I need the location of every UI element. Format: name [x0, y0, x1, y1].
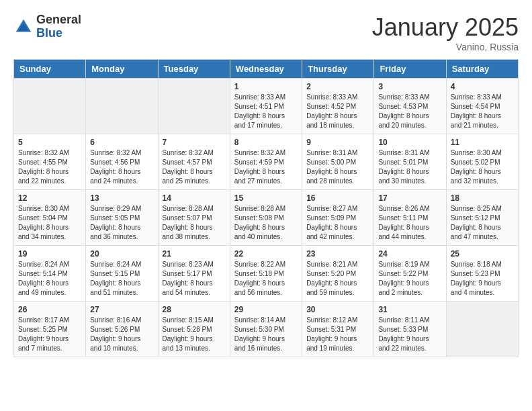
day-info: Sunrise: 8:31 AM Sunset: 5:01 PM Dayligh…	[378, 148, 441, 186]
calendar-week-row: 5Sunrise: 8:32 AM Sunset: 4:55 PM Daylig…	[14, 134, 519, 190]
calendar-table: SundayMondayTuesdayWednesdayThursdayFrid…	[13, 59, 519, 357]
calendar-cell: 23Sunrise: 8:21 AM Sunset: 5:20 PM Dayli…	[302, 246, 374, 302]
calendar-cell: 4Sunrise: 8:33 AM Sunset: 4:54 PM Daylig…	[446, 79, 518, 134]
day-number: 27	[90, 305, 153, 314]
day-info: Sunrise: 8:30 AM Sunset: 5:02 PM Dayligh…	[451, 148, 514, 186]
calendar-cell: 12Sunrise: 8:30 AM Sunset: 5:04 PM Dayli…	[14, 190, 86, 246]
day-number: 18	[451, 193, 514, 203]
logo-icon	[13, 17, 34, 37]
day-info: Sunrise: 8:17 AM Sunset: 5:25 PM Dayligh…	[18, 316, 81, 353]
logo: General Blue	[13, 13, 81, 40]
day-info: Sunrise: 8:32 AM Sunset: 4:57 PM Dayligh…	[163, 148, 226, 186]
day-info: Sunrise: 8:24 AM Sunset: 5:14 PM Dayligh…	[18, 260, 81, 298]
day-number: 26	[18, 305, 81, 314]
calendar-cell	[86, 79, 158, 134]
weekday-header-wednesday: Wednesday	[230, 60, 302, 79]
day-number: 20	[90, 249, 153, 259]
calendar-cell: 2Sunrise: 8:33 AM Sunset: 4:52 PM Daylig…	[302, 79, 374, 134]
day-number: 21	[163, 249, 226, 259]
calendar-cell: 5Sunrise: 8:32 AM Sunset: 4:55 PM Daylig…	[14, 134, 86, 190]
calendar-cell: 30Sunrise: 8:12 AM Sunset: 5:31 PM Dayli…	[302, 302, 374, 357]
calendar-cell: 8Sunrise: 8:32 AM Sunset: 4:59 PM Daylig…	[230, 134, 302, 190]
day-number: 1	[234, 82, 298, 91]
day-number: 25	[451, 249, 514, 259]
day-number: 6	[90, 138, 153, 147]
weekday-header-monday: Monday	[86, 60, 158, 79]
day-info: Sunrise: 8:11 AM Sunset: 5:33 PM Dayligh…	[378, 316, 441, 353]
weekday-header-sunday: Sunday	[14, 60, 86, 79]
day-number: 4	[451, 82, 514, 91]
calendar-cell: 1Sunrise: 8:33 AM Sunset: 4:51 PM Daylig…	[230, 79, 302, 134]
day-info: Sunrise: 8:18 AM Sunset: 5:23 PM Dayligh…	[451, 260, 514, 298]
calendar-cell	[158, 79, 230, 134]
calendar-cell: 26Sunrise: 8:17 AM Sunset: 5:25 PM Dayli…	[14, 302, 86, 357]
location-text: Vanino, Russia	[372, 42, 519, 52]
calendar-cell: 20Sunrise: 8:24 AM Sunset: 5:15 PM Dayli…	[86, 246, 158, 302]
day-info: Sunrise: 8:25 AM Sunset: 5:12 PM Dayligh…	[451, 204, 514, 242]
calendar-cell: 3Sunrise: 8:33 AM Sunset: 4:53 PM Daylig…	[374, 79, 446, 134]
calendar-header: SundayMondayTuesdayWednesdayThursdayFrid…	[14, 60, 519, 79]
day-number: 28	[163, 305, 226, 314]
day-number: 8	[234, 138, 298, 147]
calendar-cell: 15Sunrise: 8:28 AM Sunset: 5:08 PM Dayli…	[230, 190, 302, 246]
day-number: 30	[306, 305, 369, 314]
day-info: Sunrise: 8:33 AM Sunset: 4:52 PM Dayligh…	[306, 93, 369, 130]
day-number: 24	[378, 249, 441, 259]
day-number: 10	[378, 138, 441, 147]
day-info: Sunrise: 8:16 AM Sunset: 5:26 PM Dayligh…	[90, 316, 153, 353]
day-info: Sunrise: 8:29 AM Sunset: 5:05 PM Dayligh…	[90, 204, 153, 242]
day-info: Sunrise: 8:15 AM Sunset: 5:28 PM Dayligh…	[163, 316, 226, 353]
day-number: 7	[163, 138, 226, 147]
day-number: 22	[234, 249, 298, 259]
calendar-cell: 27Sunrise: 8:16 AM Sunset: 5:26 PM Dayli…	[86, 302, 158, 357]
day-number: 3	[378, 82, 441, 91]
calendar-week-row: 19Sunrise: 8:24 AM Sunset: 5:14 PM Dayli…	[14, 246, 519, 302]
weekday-header-row: SundayMondayTuesdayWednesdayThursdayFrid…	[14, 60, 519, 79]
day-number: 14	[163, 193, 226, 203]
day-number: 23	[306, 249, 369, 259]
calendar-cell: 9Sunrise: 8:31 AM Sunset: 5:00 PM Daylig…	[302, 134, 374, 190]
calendar-week-row: 26Sunrise: 8:17 AM Sunset: 5:25 PM Dayli…	[14, 302, 519, 357]
calendar-cell: 22Sunrise: 8:22 AM Sunset: 5:18 PM Dayli…	[230, 246, 302, 302]
day-number: 9	[306, 138, 369, 147]
day-info: Sunrise: 8:31 AM Sunset: 5:00 PM Dayligh…	[306, 148, 369, 186]
day-number: 17	[378, 193, 441, 203]
calendar-cell: 10Sunrise: 8:31 AM Sunset: 5:01 PM Dayli…	[374, 134, 446, 190]
weekday-header-thursday: Thursday	[302, 60, 374, 79]
day-info: Sunrise: 8:32 AM Sunset: 4:55 PM Dayligh…	[18, 148, 81, 186]
month-title: January 2025	[372, 13, 519, 42]
calendar-body: 1Sunrise: 8:33 AM Sunset: 4:51 PM Daylig…	[14, 79, 519, 357]
weekday-header-friday: Friday	[374, 60, 446, 79]
page-header: General Blue January 2025 Vanino, Russia	[13, 13, 519, 52]
day-info: Sunrise: 8:32 AM Sunset: 4:59 PM Dayligh…	[234, 148, 298, 186]
calendar-cell	[446, 302, 518, 357]
day-info: Sunrise: 8:22 AM Sunset: 5:18 PM Dayligh…	[234, 260, 298, 298]
day-number: 11	[451, 138, 514, 147]
calendar-cell: 31Sunrise: 8:11 AM Sunset: 5:33 PM Dayli…	[374, 302, 446, 357]
day-number: 2	[306, 82, 369, 91]
calendar-cell: 18Sunrise: 8:25 AM Sunset: 5:12 PM Dayli…	[446, 190, 518, 246]
logo-general-text: General	[36, 13, 81, 27]
day-info: Sunrise: 8:21 AM Sunset: 5:20 PM Dayligh…	[306, 260, 369, 298]
calendar-cell: 13Sunrise: 8:29 AM Sunset: 5:05 PM Dayli…	[86, 190, 158, 246]
day-info: Sunrise: 8:30 AM Sunset: 5:04 PM Dayligh…	[18, 204, 81, 242]
day-number: 15	[234, 193, 298, 203]
calendar-cell: 21Sunrise: 8:23 AM Sunset: 5:17 PM Dayli…	[158, 246, 230, 302]
day-info: Sunrise: 8:26 AM Sunset: 5:11 PM Dayligh…	[378, 204, 441, 242]
calendar-cell: 11Sunrise: 8:30 AM Sunset: 5:02 PM Dayli…	[446, 134, 518, 190]
calendar-week-row: 12Sunrise: 8:30 AM Sunset: 5:04 PM Dayli…	[14, 190, 519, 246]
day-number: 12	[18, 193, 81, 203]
calendar-week-row: 1Sunrise: 8:33 AM Sunset: 4:51 PM Daylig…	[14, 79, 519, 134]
day-info: Sunrise: 8:23 AM Sunset: 5:17 PM Dayligh…	[163, 260, 226, 298]
day-info: Sunrise: 8:28 AM Sunset: 5:07 PM Dayligh…	[163, 204, 226, 242]
day-info: Sunrise: 8:19 AM Sunset: 5:22 PM Dayligh…	[378, 260, 441, 298]
day-info: Sunrise: 8:27 AM Sunset: 5:09 PM Dayligh…	[306, 204, 369, 242]
calendar-cell: 25Sunrise: 8:18 AM Sunset: 5:23 PM Dayli…	[446, 246, 518, 302]
calendar-cell: 17Sunrise: 8:26 AM Sunset: 5:11 PM Dayli…	[374, 190, 446, 246]
day-info: Sunrise: 8:33 AM Sunset: 4:53 PM Dayligh…	[378, 93, 441, 130]
title-block: January 2025 Vanino, Russia	[372, 13, 519, 52]
calendar-cell: 14Sunrise: 8:28 AM Sunset: 5:07 PM Dayli…	[158, 190, 230, 246]
calendar-cell: 29Sunrise: 8:14 AM Sunset: 5:30 PM Dayli…	[230, 302, 302, 357]
day-info: Sunrise: 8:24 AM Sunset: 5:15 PM Dayligh…	[90, 260, 153, 298]
calendar-cell: 7Sunrise: 8:32 AM Sunset: 4:57 PM Daylig…	[158, 134, 230, 190]
